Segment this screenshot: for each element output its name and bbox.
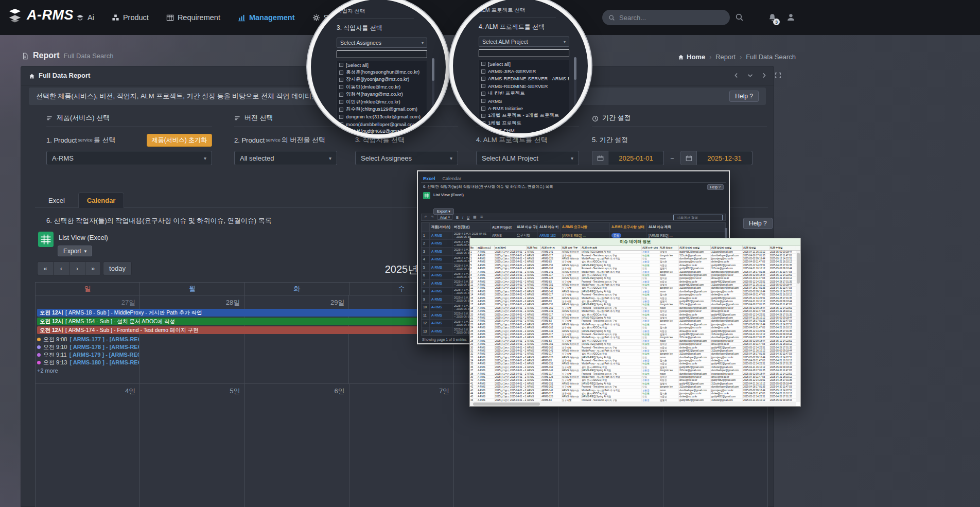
more-events-link[interactable]: +2 more — [37, 368, 139, 374]
calendar-icon-button-to[interactable] — [680, 151, 697, 165]
nav-item-ai[interactable]: Ai — [76, 13, 94, 22]
tab-calendar[interactable]: Calendar — [78, 193, 125, 208]
assignee-select[interactable]: Select Assignees ▾ — [355, 151, 458, 165]
bubble-alm-select[interactable]: Select ALM Project ▾ — [479, 37, 569, 47]
bubble-assignee-select[interactable]: Select Assignees ▾ — [337, 38, 427, 48]
sheet-row[interactable]: 46A-RMS2025년 1분기 2025-04-01 ~ 2025-06-30… — [470, 399, 800, 402]
brand[interactable]: A-RMS — [7, 7, 74, 23]
assignee-option-6[interactable]: 최수현(chltngus129@gmail.com) — [337, 106, 427, 113]
sheet-cell: dmlee@mz.co.kr — [679, 264, 711, 267]
help-button-top[interactable]: Help ? — [729, 91, 759, 102]
sheet-vertical-scrollbar[interactable] — [796, 251, 800, 402]
popup-col-3[interactable]: ALM 이슈 구분 — [515, 223, 538, 231]
popup-tab-excel[interactable]: Excel — [423, 176, 435, 181]
popup-tab-calendar[interactable]: Calendar — [443, 176, 462, 181]
popup-col-6[interactable]: A-RMS 요구사항 상태 — [610, 223, 647, 231]
chevron-down-icon[interactable] — [747, 71, 754, 80]
calendar-first-button[interactable]: « — [37, 261, 53, 275]
alm-option-2[interactable]: ARMS-REDMINE-SERVER - ARMS-RE — [479, 75, 569, 82]
calendar-day-cell[interactable]: 7일 — [349, 384, 454, 507]
nav-item-product[interactable]: Product — [112, 13, 149, 22]
alm-option-6[interactable]: A-RMS Initiative — [479, 104, 569, 112]
popup-cell: 3 — [422, 248, 430, 255]
assignee-option-5[interactable]: 이민규(mklee@mz.co.kr) — [337, 98, 427, 106]
today-button[interactable]: today — [103, 261, 132, 275]
popup-sheet-search-input[interactable] — [677, 216, 722, 219]
bubble-scrollbar[interactable] — [574, 57, 576, 118]
calendar-dot-event[interactable]: 오전 9:13[ ARMS-180 ] - [ARMS-REQ] 상세 — [37, 359, 139, 366]
sheet-cell: [ARMS-REQ] Spring Ai 적용 — [581, 356, 642, 359]
redo-icon[interactable]: ↷ — [431, 215, 434, 219]
calendar-last-button[interactable]: » — [85, 261, 101, 275]
bubble-scrollbar[interactable] — [432, 58, 434, 119]
alm-option-7[interactable]: 1레벨 프로젝트 - 2레벨 프로젝트 — [479, 112, 569, 119]
calendar-icon-button-from[interactable] — [592, 151, 608, 165]
calendar-dot-event[interactable]: 오전 9:11[ ARMS-179 ] - [ARMS-REQ] 캐릭 — [37, 351, 139, 359]
search-icon-button[interactable] — [735, 12, 744, 22]
tab-excel[interactable]: Excel — [40, 193, 73, 208]
product-select[interactable]: A-RMS ▾ — [46, 151, 212, 165]
popup-col-7[interactable]: ALM 이슈 제목 — [647, 223, 725, 231]
notifications-icon[interactable]: 3 — [768, 12, 777, 22]
popup-col-2[interactable]: ALM Project — [491, 223, 515, 231]
calendar-prev-button[interactable]: ‹ — [53, 261, 69, 275]
sheet-cell: jiyoonjang@mz.co.kr — [711, 340, 743, 342]
calendar-day-cell[interactable]: 6일 — [245, 384, 349, 507]
popup-export-button[interactable]: Export ▾ — [433, 208, 454, 215]
sheet-horizontal-scrollbar[interactable] — [470, 402, 796, 406]
assignee-option-3[interactable]: 이동민(dmlee@mz.co.kr) — [337, 83, 427, 91]
breadcrumb-item-1[interactable]: Report — [715, 53, 736, 61]
breadcrumb-item-0[interactable]: Home — [678, 53, 705, 61]
nav-item-requirement[interactable]: Requirement — [166, 13, 220, 22]
bold-icon[interactable]: B — [456, 216, 459, 219]
alm-select[interactable]: Select ALM Project ▾ — [476, 151, 579, 165]
popup-col-0[interactable]: 제품(서비스) — [430, 223, 452, 231]
align-icon[interactable]: ≣ — [480, 215, 483, 219]
alm-option-5[interactable]: ARMS — [479, 97, 569, 104]
chevron-left-icon[interactable] — [733, 71, 740, 80]
breadcrumb-item-2[interactable]: Full Data Search — [746, 53, 796, 61]
assignee-option-0[interactable]: [Select all] — [337, 61, 427, 68]
popup-col-5[interactable]: A-RMS 요구사항 — [561, 223, 610, 231]
calendar-dot-event[interactable]: 오전 9:08[ ARMS-177 ] - [ARMS-REQ] 모니 — [37, 336, 139, 343]
assignee-filter-input[interactable] — [337, 50, 427, 58]
chevron-right-icon[interactable] — [761, 71, 767, 80]
user-icon[interactable] — [786, 12, 795, 22]
assignee-option-7[interactable]: dongmin lee(313cokr@gmail.com) — [337, 113, 427, 120]
date-separator: ~ — [664, 154, 680, 162]
alm-option-0[interactable]: [Select all] — [479, 60, 569, 67]
help-button-results[interactable]: Help ? — [743, 218, 773, 229]
calendar-day-cell[interactable]: 4일 — [36, 384, 140, 507]
grid-icon[interactable]: ▦ — [473, 215, 477, 219]
alm-filter-input[interactable] — [479, 49, 569, 57]
assignee-option-1[interactable]: 홍성훈(hongseonghun@mz.co.kr) — [337, 68, 427, 76]
sheet-cell: 313cokr@gmail.com — [679, 270, 711, 273]
alm-option-4[interactable]: 내 칸반 프로젝트 — [479, 90, 569, 97]
sheet-cell: 2025-05-02 09:18:44 — [743, 389, 769, 391]
undo-icon[interactable]: ↶ — [424, 215, 427, 219]
version-select[interactable]: All selected ▾ — [234, 151, 337, 165]
popup-col-1[interactable]: 버전(정보) — [452, 223, 491, 231]
popup-col-4[interactable]: ALM 이슈 키 — [538, 223, 561, 231]
font-select[interactable]: Arial▾ — [437, 215, 452, 220]
underline-icon[interactable]: U — [467, 216, 469, 219]
export-button[interactable]: Export ▾ — [58, 246, 92, 256]
expand-icon[interactable] — [775, 71, 781, 80]
assignee-option-8[interactable]: moon(dumbbelloper@gmail.com) — [337, 120, 427, 128]
calendar-day-cell[interactable]: 5일 — [140, 384, 244, 507]
assignee-option-2[interactable]: 장지윤(jiyoonjang@mz.co.kr) — [337, 76, 427, 83]
search-input[interactable] — [619, 14, 724, 22]
nav-item-management[interactable]: Management — [238, 13, 295, 22]
popup-help-button[interactable]: Help ? — [707, 184, 724, 190]
alm-option-3[interactable]: ARMS-REDMINE-SERVER — [479, 82, 569, 90]
assignee-option-4[interactable]: 양형석(hsyang@mz.co.kr) — [337, 91, 427, 98]
sheet-cell: dmlee@mz.co.kr — [711, 343, 743, 345]
italic-icon[interactable]: I — [462, 216, 463, 219]
alm-option-8[interactable]: 1레벨 프로젝트 — [479, 119, 569, 127]
calendar-dot-event[interactable]: 오전 9:10[ ARMS-178 ] - [ARMS-REQ] 엑스 — [37, 343, 139, 351]
date-from-input[interactable]: 2025-01-01 — [608, 151, 664, 165]
product-reset-button[interactable]: 제품(서비스) 초기화 — [147, 134, 212, 147]
alm-option-1[interactable]: ARMS-JIRA-SERVER — [479, 67, 569, 75]
date-to-input[interactable]: 2025-12-31 — [697, 151, 752, 165]
calendar-next-button[interactable]: › — [69, 261, 85, 275]
